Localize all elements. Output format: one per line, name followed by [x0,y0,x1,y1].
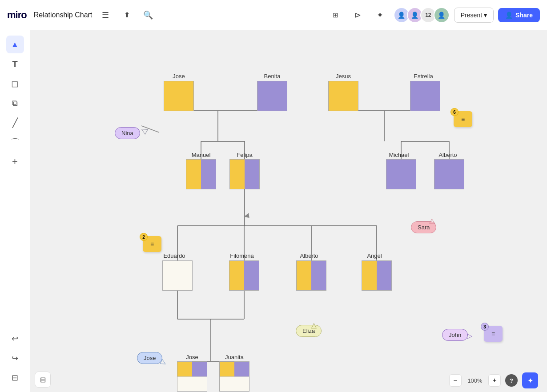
select-icon: ▲ [11,40,19,49]
sticky-2[interactable]: 2 ≡ [143,236,161,252]
share-button[interactable]: 👤 Share [498,8,540,22]
card-estrella[interactable] [410,81,440,111]
card-left-angel [362,261,377,290]
board-bottom-icon: ⊟ [40,376,46,384]
card-right-angel [377,261,391,290]
arch-tool-button[interactable]: ⌒ [6,133,24,151]
redo-button[interactable]: ↪ [6,349,24,367]
card-michael[interactable] [386,159,416,189]
bottom-bar: − 100% + ? ✦ ⊟ [30,369,547,392]
card-left-felipa [230,160,245,189]
card-alberto2[interactable] [296,260,326,291]
zoom-plus-button[interactable]: + [488,374,501,387]
label-alberto2: Alberto [292,252,326,259]
card-benita[interactable] [257,81,287,111]
sticky-1-count: 6 [450,108,459,116]
pen-tool-button[interactable]: ╱ [6,114,24,132]
header: miro Relationship Chart ☰ ⬆ 🔍 ⊞ ⊳ ✦ 👤 👤 … [0,0,547,30]
callout-john-label: John [449,332,461,338]
text-tool-button[interactable]: T [6,55,24,73]
sticky-icon: ◻ [11,78,19,89]
nina-arrow-tip: ▷ [138,125,149,137]
search-button[interactable]: 🔍 [140,7,156,23]
card-left-manuel [186,160,201,189]
callout-nina[interactable]: Nina [115,127,140,139]
export-button[interactable]: ⬆ [119,7,135,23]
label-eduardo: Eduardo [157,252,192,259]
add-tool-button[interactable]: + [6,153,24,171]
undo-icon: ↩ [12,334,18,344]
card-right-manuel [201,160,216,189]
pen-icon: ╱ [12,117,18,128]
card-left-filomena [229,261,244,290]
label-jose1: Jose [164,73,194,80]
select-tool-button[interactable]: ▲ [6,36,24,53]
text-icon: T [12,59,17,69]
board-toggle-bottom[interactable]: ⊟ [35,372,51,388]
callout-sara-label: Sara [418,224,430,231]
sticky-3-count: 3 [481,323,489,331]
callout-nina-label: Nina [121,130,133,136]
callout-jose-bottom-label: Jose [144,355,156,361]
template-tool-button[interactable]: ⧉ [6,94,24,112]
redo-icon: ↪ [12,353,18,363]
svg-marker-24 [243,213,251,220]
help-button[interactable]: ? [505,374,518,387]
label-manuel: Manuel [186,152,216,158]
search-icon: 🔍 [143,10,153,20]
reaction-icon: ✦ [377,10,383,20]
add-icon: + [12,156,18,168]
card-color-michael [386,160,416,189]
card-eduardo[interactable] [162,260,193,291]
eliza-arrow-tip: ▷ [309,323,318,328]
arch-icon: ⌒ [11,136,20,148]
zoom-minus-icon: − [453,376,457,384]
menu-button[interactable]: ☰ [97,7,113,23]
present-button[interactable]: Present ▾ [454,8,494,23]
pointer-button[interactable]: ⊳ [349,6,367,24]
card-filomena[interactable] [229,260,259,291]
callout-john[interactable]: John [442,329,468,341]
card-left-alberto2 [297,261,311,290]
label-benita: Benita [257,73,287,80]
card-color-alberto1 [434,160,464,189]
assist-button[interactable]: ✦ [522,372,538,388]
card-color-benita [257,81,287,111]
label-filomena: Filomena [225,252,259,259]
sticky-2-count: 2 [140,233,148,241]
canvas: Jose Benita Jesus Estrella Manuel Felipa [30,30,547,392]
pointer-icon: ⊳ [354,10,361,20]
label-juanita: Juanita [219,354,249,360]
smart-drawing-button[interactable]: ⊞ [327,6,345,24]
label-angel: Angel [359,252,390,259]
card-jose1[interactable] [164,81,194,111]
callout-eliza-label: Eliza [302,328,315,334]
smart-drawing-icon: ⊞ [333,11,338,19]
undo-button[interactable]: ↩ [6,330,24,348]
sticky-3[interactable]: 3 ≡ [484,326,503,342]
john-arrow-tip: ▷ [467,332,472,340]
callout-jose-bottom[interactable]: Jose [137,352,162,364]
label-estrella: Estrella [404,73,443,80]
card-angel[interactable] [362,260,392,291]
board-toggle-button[interactable]: ⊟ [6,369,24,387]
menu-icon: ☰ [102,10,109,20]
card-felipa[interactable] [229,159,260,189]
card-jesus[interactable] [328,81,358,111]
card-manuel[interactable] [186,159,216,189]
card-right-filomena [244,261,259,290]
label-jesus: Jesus [328,73,358,80]
help-icon: ? [510,377,513,384]
sticky-tool-button[interactable]: ◻ [6,75,24,92]
present-dropdown-icon: ▾ [484,12,487,19]
card-alberto1[interactable] [434,159,464,189]
card-color-jose1 [164,81,193,111]
sticky-1-lines-icon: ≡ [461,116,465,123]
sticky-2-lines-icon: ≡ [150,240,154,248]
zoom-level-display: 100% [466,377,484,384]
template-icon: ⧉ [12,99,18,108]
zoom-minus-button[interactable]: − [449,374,462,387]
share-icon: 👤 [505,12,513,19]
reaction-button[interactable]: ✦ [371,6,389,24]
sticky-1[interactable]: 6 ≡ [454,111,472,127]
